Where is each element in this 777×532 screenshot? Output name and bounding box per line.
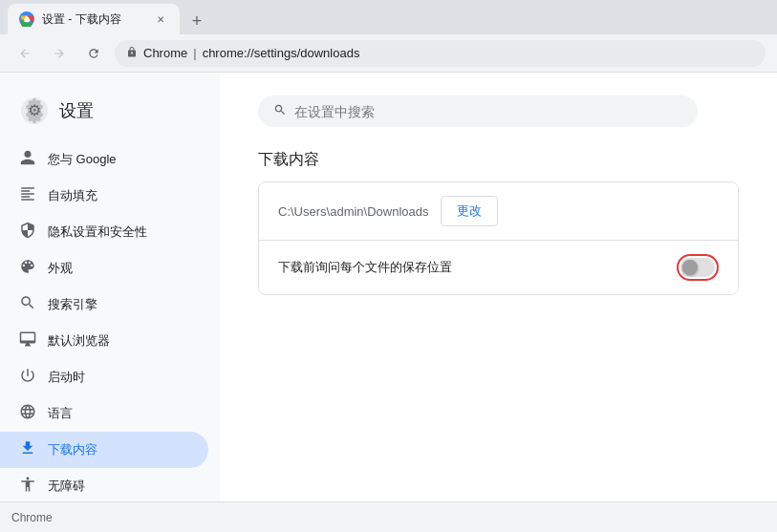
section-title: 下载内容 (258, 150, 739, 170)
sidebar-label-language: 语言 (48, 405, 73, 422)
tab-close-button[interactable]: ✕ (153, 11, 168, 27)
sidebar-label-appearance: 外观 (48, 260, 73, 277)
tab-bar: 设置 - 下载内容 ✕ + (0, 0, 777, 34)
address-bar: Chrome | chrome://settings/downloads (0, 34, 777, 73)
url-brand: Chrome (143, 46, 187, 60)
sidebar-label-autofill: 自动填充 (48, 187, 97, 204)
sidebar-icon-language (19, 403, 36, 424)
toggle-knob (682, 260, 698, 275)
sidebar-item-appearance[interactable]: 外观 (0, 250, 208, 287)
sidebar-icon-you-google (19, 149, 36, 170)
tab-title: 设置 - 下载内容 (42, 11, 121, 28)
refresh-button[interactable] (80, 40, 107, 67)
svg-point-2 (25, 17, 30, 22)
sidebar-item-default-browser[interactable]: 默认浏览器 (0, 323, 208, 359)
sidebar-item-language[interactable]: 语言 (0, 395, 208, 432)
search-icon (273, 103, 287, 119)
sidebar-item-autofill[interactable]: 自动填充 (0, 178, 208, 214)
bottom-bar: Chrome (0, 501, 777, 532)
sidebar-item-privacy[interactable]: 隐私设置和安全性 (0, 214, 208, 250)
back-button[interactable] (11, 40, 38, 67)
settings-logo: ⚙ 设置 (0, 88, 220, 141)
sidebar: ⚙ 设置 您与 Google自动填充隐私设置和安全性外观搜索引擎默认浏览器启动时… (0, 73, 220, 501)
settings-card: C:\Users\admin\Downloads 更改 下载前询问每个文件的保存… (258, 181, 739, 295)
url-separator: | (193, 46, 196, 60)
sidebar-item-downloads[interactable]: 下载内容 (0, 432, 208, 468)
sidebar-label-startup: 启动时 (48, 369, 85, 386)
sidebar-item-startup[interactable]: 启动时 (0, 359, 208, 395)
settings-title: 设置 (59, 99, 94, 122)
ask-location-toggle[interactable] (680, 258, 715, 277)
new-tab-button[interactable]: + (183, 8, 210, 34)
search-input[interactable] (294, 104, 682, 119)
change-button[interactable]: 更改 (441, 196, 498, 226)
url-secure-icon (126, 46, 138, 60)
sidebar-label-downloads: 下载内容 (48, 441, 97, 458)
main-content: ⚙ 设置 您与 Google自动填充隐私设置和安全性外观搜索引擎默认浏览器启动时… (0, 73, 777, 501)
settings-page: 下载内容 C:\Users\admin\Downloads 更改 下载前询问每个… (220, 73, 777, 501)
svg-text:⚙: ⚙ (28, 102, 41, 118)
sidebar-icon-startup (19, 367, 36, 388)
search-bar[interactable] (258, 96, 698, 127)
sidebar-icon-appearance (19, 258, 36, 279)
sidebar-item-search-engine[interactable]: 搜索引擎 (0, 287, 208, 323)
sidebar-item-you-google[interactable]: 您与 Google (0, 141, 208, 178)
sidebar-label-search-engine: 搜索引擎 (48, 296, 97, 313)
download-location-row: C:\Users\admin\Downloads 更改 (259, 182, 738, 241)
sidebar-label-privacy: 隐私设置和安全性 (48, 223, 147, 241)
url-path: chrome://settings/downloads (203, 46, 360, 60)
sidebar-icon-search-engine (19, 294, 36, 315)
sidebar-icon-accessibility (19, 476, 36, 497)
toggle-highlight (677, 254, 719, 281)
download-path: C:\Users\admin\Downloads (278, 204, 429, 219)
sidebar-label-you-google: 您与 Google (48, 151, 117, 168)
sidebar-icon-autofill (19, 185, 36, 206)
active-tab[interactable]: 设置 - 下载内容 ✕ (8, 4, 180, 34)
ask-location-label: 下载前询问每个文件的保存位置 (278, 259, 677, 276)
sidebar-item-accessibility[interactable]: 无障碍 (0, 468, 208, 501)
sidebar-items-container: 您与 Google自动填充隐私设置和安全性外观搜索引擎默认浏览器启动时语言下载内… (0, 141, 220, 501)
sidebar-icon-default-browser (19, 330, 36, 351)
tab-favicon (19, 11, 34, 27)
url-bar[interactable]: Chrome | chrome://settings/downloads (115, 40, 766, 67)
sidebar-label-default-browser: 默认浏览器 (48, 332, 110, 350)
ask-location-row: 下载前询问每个文件的保存位置 (259, 241, 738, 294)
sidebar-label-accessibility: 无障碍 (48, 478, 85, 495)
forward-button[interactable] (46, 40, 73, 67)
sidebar-icon-downloads (19, 439, 36, 460)
sidebar-icon-privacy (19, 222, 36, 243)
browser-frame: 设置 - 下载内容 ✕ + Chrome | chrome://settings… (0, 0, 777, 532)
bottom-text: Chrome (11, 511, 53, 524)
